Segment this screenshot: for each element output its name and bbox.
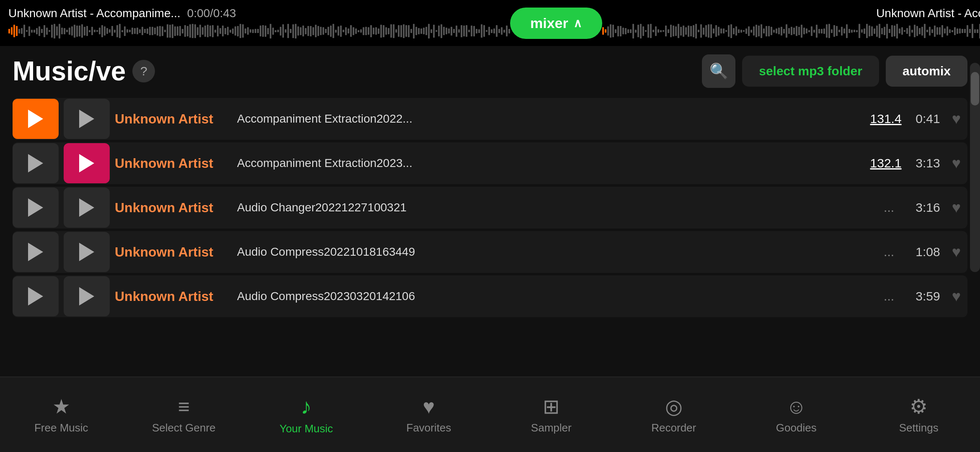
play-deck1-button[interactable] bbox=[13, 232, 59, 272]
favorite-button[interactable]: ♥ bbox=[952, 288, 961, 305]
nav-label-your-music: Your Music bbox=[279, 422, 333, 435]
track-duration: 1:08 bbox=[907, 245, 940, 259]
track-duration: 3:13 bbox=[907, 156, 940, 170]
header-actions: 🔍 select mp3 folder automix bbox=[702, 54, 967, 88]
transport-left-title: Unknown Artist - Accompanime... bbox=[8, 7, 181, 20]
library-title: Music/ve bbox=[13, 56, 126, 87]
favorite-button[interactable]: ♥ bbox=[952, 110, 961, 128]
nav-item-select-genre[interactable]: ≡ Select Genre bbox=[123, 395, 245, 434]
play-deck1-button[interactable] bbox=[13, 143, 59, 183]
play-icon bbox=[79, 110, 94, 128]
nav-label-sampler: Sampler bbox=[531, 421, 572, 434]
nav-icon-recorder: ◎ bbox=[665, 395, 683, 418]
play-deck2-button[interactable] bbox=[64, 187, 110, 228]
search-icon: 🔍 bbox=[709, 62, 728, 80]
track-duration: 3:59 bbox=[907, 289, 940, 303]
nav-icon-select-genre: ≡ bbox=[178, 395, 190, 418]
play-deck2-button[interactable] bbox=[64, 143, 110, 183]
search-button[interactable]: 🔍 bbox=[702, 54, 735, 88]
transport-right-title: Unknown Artist - Accompanime... bbox=[876, 7, 980, 20]
play-icon bbox=[28, 198, 43, 217]
play-deck1-button[interactable] bbox=[13, 276, 59, 316]
nav-icon-goodies: ☺ bbox=[786, 395, 807, 418]
play-icon bbox=[79, 198, 94, 217]
nav-label-select-genre: Select Genre bbox=[152, 421, 216, 434]
scroll-track[interactable] bbox=[970, 63, 980, 272]
play-deck1-button[interactable] bbox=[13, 187, 59, 228]
nav-item-your-music[interactable]: ♪ Your Music bbox=[245, 394, 368, 435]
waveform-left bbox=[8, 23, 510, 39]
track-artist: Unknown Artist bbox=[115, 244, 232, 260]
track-artist: Unknown Artist bbox=[115, 200, 232, 216]
nav-label-favorites: Favorites bbox=[406, 421, 451, 434]
track-bpm: 132.1 bbox=[864, 156, 902, 170]
track-row: Unknown Artist Audio Compress20230320142… bbox=[13, 275, 967, 317]
play-deck2-button[interactable] bbox=[64, 99, 110, 139]
nav-icon-your-music: ♪ bbox=[301, 394, 312, 419]
library-title-area: Music/ve ? bbox=[13, 56, 155, 87]
track-title: Audio Changer20221227100321 bbox=[237, 201, 872, 214]
bottom-nav: ★ Free Music ≡ Select Genre ♪ Your Music… bbox=[0, 377, 980, 452]
play-deck2-button[interactable] bbox=[64, 276, 110, 316]
track-artist: Unknown Artist bbox=[115, 289, 232, 304]
mixer-button[interactable]: mixer ∧ bbox=[510, 8, 602, 39]
mixer-chevron-icon: ∧ bbox=[573, 16, 582, 30]
nav-icon-favorites: ♥ bbox=[423, 395, 435, 418]
track-bpm: ... bbox=[877, 245, 902, 259]
play-icon bbox=[79, 243, 94, 261]
favorite-button[interactable]: ♥ bbox=[952, 154, 961, 172]
track-duration: 3:16 bbox=[907, 200, 940, 215]
transport-left-time: 0:00/0:43 bbox=[187, 7, 236, 20]
track-bpm: ... bbox=[877, 200, 902, 215]
track-title: Audio Compress20221018163449 bbox=[237, 245, 872, 259]
track-row: Unknown Artist Accompaniment Extraction2… bbox=[13, 142, 967, 184]
track-bpm: ... bbox=[877, 289, 902, 303]
nav-item-goodies[interactable]: ☺ Goodies bbox=[735, 395, 858, 434]
main-content: Music/ve ? 🔍 select mp3 folder automix U… bbox=[0, 46, 980, 377]
transport-left: Unknown Artist - Accompanime... 0:00/0:4… bbox=[8, 7, 510, 39]
track-artist: Unknown Artist bbox=[115, 156, 232, 171]
track-title: Audio Compress20230320142106 bbox=[237, 290, 872, 303]
nav-item-free-music[interactable]: ★ Free Music bbox=[0, 395, 123, 434]
track-bpm: 131.4 bbox=[864, 112, 902, 126]
track-duration: 0:41 bbox=[907, 112, 940, 126]
play-deck2-button[interactable] bbox=[64, 232, 110, 272]
play-icon bbox=[28, 154, 43, 172]
nav-label-goodies: Goodies bbox=[776, 421, 817, 434]
play-icon bbox=[28, 287, 43, 306]
nav-label-settings: Settings bbox=[899, 421, 939, 434]
nav-item-recorder[interactable]: ◎ Recorder bbox=[613, 395, 735, 434]
transport-center: mixer ∧ bbox=[510, 8, 602, 39]
favorite-button[interactable]: ♥ bbox=[952, 199, 961, 216]
track-row: Unknown Artist Audio Changer202212271003… bbox=[13, 187, 967, 229]
scroll-thumb[interactable] bbox=[971, 72, 979, 105]
track-artist: Unknown Artist bbox=[115, 111, 232, 127]
nav-label-recorder: Recorder bbox=[651, 421, 696, 434]
play-deck1-button[interactable] bbox=[13, 99, 59, 139]
select-folder-button[interactable]: select mp3 folder bbox=[742, 56, 879, 87]
transport-right: Unknown Artist - Accompanime... 0:01/3:1… bbox=[602, 7, 980, 39]
nav-item-favorites[interactable]: ♥ Favorites bbox=[368, 395, 490, 434]
nav-icon-settings: ⚙ bbox=[910, 395, 928, 418]
play-icon bbox=[28, 110, 43, 128]
mixer-label: mixer bbox=[530, 15, 568, 31]
waveform-right bbox=[602, 23, 980, 39]
nav-icon-sampler: ⊞ bbox=[543, 395, 560, 418]
nav-label-free-music: Free Music bbox=[34, 421, 88, 434]
play-icon bbox=[79, 287, 94, 306]
help-button[interactable]: ? bbox=[132, 60, 155, 82]
track-title: Accompaniment Extraction2023... bbox=[237, 157, 859, 170]
track-row: Unknown Artist Accompaniment Extraction2… bbox=[13, 98, 967, 140]
library-header: Music/ve ? 🔍 select mp3 folder automix bbox=[13, 54, 967, 88]
track-list: Unknown Artist Accompaniment Extraction2… bbox=[13, 98, 967, 317]
nav-item-sampler[interactable]: ⊞ Sampler bbox=[490, 395, 613, 434]
nav-icon-free-music: ★ bbox=[52, 395, 70, 418]
nav-item-settings[interactable]: ⚙ Settings bbox=[858, 395, 980, 434]
transport-bar: Unknown Artist - Accompanime... 0:00/0:4… bbox=[0, 0, 980, 46]
automix-button[interactable]: automix bbox=[886, 56, 967, 87]
play-icon bbox=[28, 243, 43, 261]
track-title: Accompaniment Extraction2022... bbox=[237, 112, 859, 126]
track-row: Unknown Artist Audio Compress20221018163… bbox=[13, 231, 967, 273]
play-icon bbox=[79, 154, 94, 172]
favorite-button[interactable]: ♥ bbox=[952, 243, 961, 261]
